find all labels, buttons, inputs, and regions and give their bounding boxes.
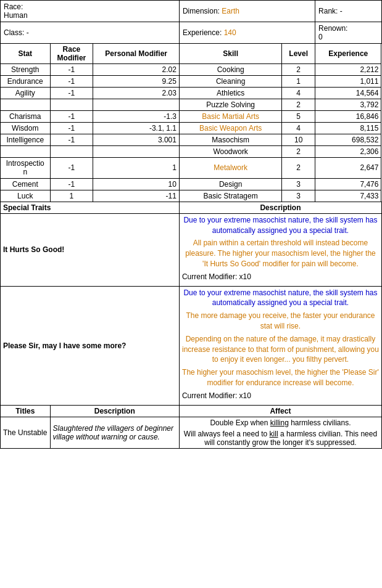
table-row: Charisma -1 -1.3 Basic Martial Arts 5 16… [1,111,382,123]
table-row: Wisdom -1 -3.1, 1.1 Basic Weapon Arts 4 … [1,123,382,134]
experience-value: 140 [224,28,236,37]
dimension-label: Dimension: [183,7,220,15]
titles-description-label: Description [50,405,179,417]
table-row: Puzzle Solving 2 3,792 [1,99,382,111]
trait2-name: Please Sir, may I have some more? [1,286,180,405]
class-label: Class: - [4,28,29,37]
titles-label: Titles [1,405,51,417]
table-row: Endurance -1 9.25 Cleaning 1 1,011 [1,76,382,88]
table-row: Strength -1 2.02 Cooking 2 2,212 [1,64,382,76]
col-personal-mod: Personal Modifier [93,44,180,64]
trait1-desc2: All pain within a certain threshold will… [185,239,376,268]
trait1-current-mod: Current Modifier: x10 [182,272,379,282]
title1-affect-main: Will always feel a need to kill a harmle… [184,430,377,447]
col-experience: Experience [315,44,381,64]
personal-mod-strength: 2.02 [93,64,180,76]
renown-value: 0 [318,33,323,41]
trait2-current-mod: Current Modifier: x10 [182,391,379,401]
trait2-description: Due to your extreme masochist nature, th… [179,286,381,405]
trait2-desc4: The higher your masochism level, the hig… [182,368,379,387]
col-level: Level [282,44,315,64]
trait2-desc3: Depending on the nature of the damage, i… [182,335,379,364]
level-cooking: 2 [282,64,315,76]
description-col-label: Description [179,202,381,213]
title1-name: The Unstable [1,417,51,448]
titles-header-row: Titles Description Affect [1,405,382,417]
table-row: Intelligence -1 3.001 Masochism 10 698,5… [1,134,382,146]
special-traits-label: Special Traits [1,202,180,213]
titles-affect-label: Affect [179,405,381,417]
title1-description: Slaughtered the villagers of beginner vi… [50,417,179,448]
stat-strength: Strength [1,64,51,76]
title1-affect: Double Exp when killing harmless civilia… [179,417,381,448]
trait2-row: Please Sir, may I have some more? Due to… [1,286,382,405]
title1-row: The Unstable Slaughtered the villagers o… [1,417,382,448]
trait1-desc1: Due to your extreme masochist nature, th… [183,216,377,235]
trait1-description: Due to your extreme masochist nature, th… [179,213,381,286]
table-row: Luck 1 -11 Basic Stratagem 3 7,433 [1,190,382,202]
special-traits-header-row: Special Traits Description [1,202,382,213]
skill-cooking: Cooking [179,64,281,76]
experience-label: Experience: [183,28,222,37]
table-row: Woodwork 2 2,306 [1,146,382,158]
col-stat: Stat [1,44,51,64]
table-row: Introspection -1 1 Metalwork 2 2,647 [1,158,382,179]
table-row: Cement -1 10 Design 3 7,476 [1,178,382,190]
trait2-desc1: Due to your extreme masochist nature, th… [183,288,377,308]
trait1-row: It Hurts So Good! Due to your extreme ma… [1,213,382,286]
col-skill: Skill [179,44,281,64]
character-sheet: Race: Human Dimension: Earth Rank: - Cla… [0,0,382,449]
trait1-name: It Hurts So Good! [1,213,180,286]
table-row: Agility -1 2.03 Athletics 4 14,564 [1,88,382,99]
col-race-mod: RaceModifier [50,44,93,64]
race-value: Human [4,11,28,20]
exp-cooking: 2,212 [315,64,381,76]
dimension-value: Earth [222,7,239,15]
title1-affect-bonus: Double Exp when killing harmless civilia… [210,419,351,427]
rank-label: Rank: - [318,7,343,15]
race-label: Race: [4,2,23,11]
trait2-desc2: The more damage you receive, the faster … [186,311,375,330]
renown-label: Renown: [318,24,347,33]
race-mod-strength: -1 [50,64,93,76]
